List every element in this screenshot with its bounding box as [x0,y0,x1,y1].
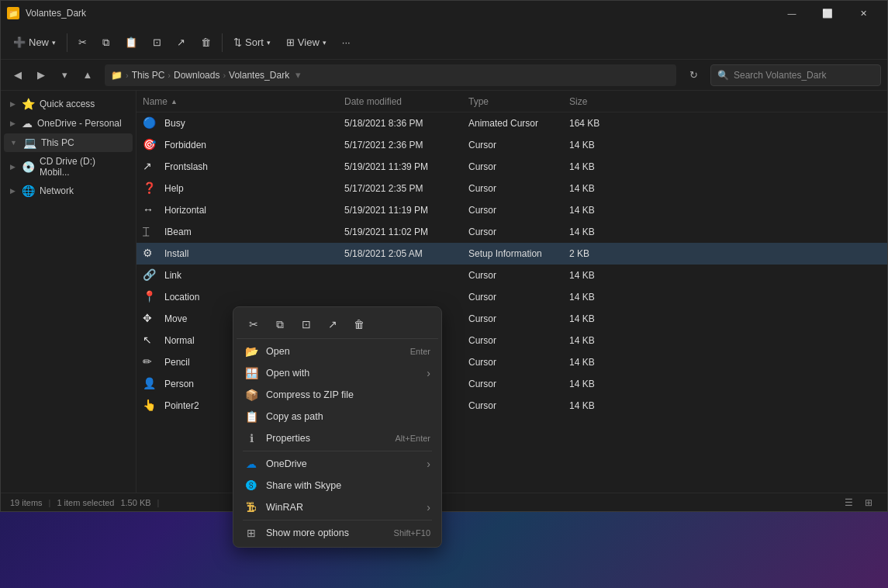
sidebar-item-cd-drive[interactable]: ▶ 💿 CD Drive (D:) Mobil... [4,153,133,181]
sidebar-item-this-pc[interactable]: ▼ 💻 This PC [4,133,133,152]
delete-icon: 🗑 [201,36,211,48]
status-size: 1.50 KB [120,498,150,507]
table-row[interactable]: 🎯 Forbidden 5/17/2021 2:36 PM Cursor 14 … [136,134,887,156]
ctx-item-open[interactable]: 📂 Open Enter [237,341,438,362]
ctx-open-with-icon: 🪟 [244,367,258,379]
address-bar: ◀ ▶ ▾ ▲ 📁 › This PC › Downloads › Volant… [1,60,887,91]
network-expand-icon: ▶ [10,187,16,195]
paste-button[interactable]: 📋 [119,33,143,51]
file-date-cell: 5/19/2021 11:02 PM [344,227,468,237]
up-button[interactable]: ▲ [77,64,98,86]
recent-button[interactable]: ▾ [54,64,75,86]
ctx-item-winrar[interactable]: 🗜 WinRAR [237,496,438,518]
main-area: ▶ ⭐ Quick access ▶ ☁ OneDrive - Personal… [1,91,887,493]
ctx-item-more-options[interactable]: ⊞ Show more options Shift+F10 [237,522,438,544]
breadcrumb-home: 📁 [111,70,123,81]
maximize-button[interactable]: ⬜ [810,1,845,26]
toolbar-separator-2 [222,33,223,52]
file-size-cell: 164 KB [569,118,631,129]
ctx-item-open-with[interactable]: 🪟 Open with [237,362,438,384]
sidebar-item-network[interactable]: ▶ 🌐 Network [4,182,133,200]
table-row[interactable]: ↗ Frontslash 5/19/2021 11:39 PM Cursor 1… [136,156,887,178]
file-type-cell: Cursor [468,161,569,172]
ctx-item-skype[interactable]: 🅢 Share with Skype [237,475,438,496]
more-button[interactable]: ··· [336,33,357,51]
cd-drive-expand-icon: ▶ [10,163,16,171]
ctx-item-compress[interactable]: 📦 Compress to ZIP file [237,384,438,406]
ctx-properties-shortcut: Alt+Enter [395,434,430,443]
ctx-separator-1 [243,451,432,451]
table-row[interactable]: ⚙ Install 5/18/2021 2:05 AM Setup Inform… [136,243,887,265]
file-header: Name ▲ Date modified Type Size [136,91,887,112]
refresh-button[interactable]: ↻ [682,64,704,86]
ctx-open-shortcut: Enter [410,347,430,356]
breadcrumb-expand-icon: ▾ [295,69,301,81]
ctx-separator-2 [243,520,432,521]
file-name: Person [164,379,194,389]
paste-icon: 📋 [125,36,137,48]
table-row[interactable]: 📍 Location Cursor 14 KB [136,286,887,308]
share-button[interactable]: ↗ [171,33,192,51]
file-type-icon: ✏ [143,355,157,369]
this-pc-icon: 💻 [23,137,36,149]
view-button[interactable]: ⊞ View ▾ [280,33,333,51]
context-toolbar: ✂ ⧉ ⊡ ↗ 🗑 [237,310,438,339]
minimize-button[interactable]: — [774,1,810,26]
col-header-size[interactable]: Size [569,96,631,107]
this-pc-expand-icon: ▼ [10,139,17,147]
sidebar-item-quick-access[interactable]: ▶ ⭐ Quick access [4,95,133,113]
delete-button[interactable]: 🗑 [195,33,217,51]
file-name-cell: 🔗 Link [143,268,344,282]
search-box[interactable]: 🔍 Search Volantes_Dark [710,64,881,86]
rename-icon: ⊡ [153,36,161,48]
ctx-item-onedrive[interactable]: ☁ OneDrive [237,453,438,475]
view-toggle-buttons: ☰ ⊞ [839,495,878,510]
new-button[interactable]: ➕ New ▾ [7,33,62,51]
file-name-cell: 📍 Location [143,290,344,304]
back-button[interactable]: ◀ [7,64,29,86]
file-name: Move [164,313,187,324]
table-row[interactable]: 🔵 Busy 5/18/2021 8:36 PM Animated Cursor… [136,112,887,134]
ctx-share-button[interactable]: ↗ [320,313,345,335]
title-bar: 📁 Volantes_Dark — ⬜ ✕ [1,1,887,26]
sort-button[interactable]: ⇅ Sort ▾ [227,33,277,51]
col-header-date[interactable]: Date modified [344,96,468,107]
breadcrumb[interactable]: 📁 › This PC › Downloads › Volantes_Dark … [105,64,676,86]
forward-button[interactable]: ▶ [30,64,52,86]
copy-icon: ⧉ [102,36,109,49]
table-row[interactable]: ❓ Help 5/17/2021 2:35 PM Cursor 14 KB [136,178,887,199]
quick-access-expand-icon: ▶ [10,100,16,108]
copy-button[interactable]: ⧉ [96,33,116,52]
sidebar-item-onedrive[interactable]: ▶ ☁ OneDrive - Personal [4,114,133,133]
ctx-cut-button[interactable]: ✂ [241,313,266,335]
list-view-button[interactable]: ☰ [839,495,858,510]
cut-button[interactable]: ✂ [72,33,93,51]
ctx-copy-button[interactable]: ⧉ [268,313,292,335]
file-type-cell: Cursor [468,357,569,368]
table-row[interactable]: ↔ Horizontal 5/19/2021 11:19 PM Cursor 1… [136,199,887,221]
file-name: Link [164,270,181,281]
table-row[interactable]: ⌶ IBeam 5/19/2021 11:02 PM Cursor 14 KB [136,221,887,243]
ctx-item-copy-path[interactable]: 📋 Copy as path [237,406,438,427]
onedrive-expand-icon: ▶ [10,119,16,127]
file-type-icon: ↗ [143,160,157,174]
file-type-icon: ⚙ [143,247,157,261]
search-icon: 🔍 [717,70,729,81]
file-type-icon: ↖ [143,334,157,348]
ctx-item-properties[interactable]: ℹ Properties Alt+Enter [237,427,438,449]
close-button[interactable]: ✕ [845,1,881,26]
grid-view-button[interactable]: ⊞ [859,495,878,510]
view-chevron-icon: ▾ [323,39,327,47]
table-row[interactable]: 🔗 Link Cursor 14 KB [136,265,887,286]
ctx-paste-button[interactable]: ⊡ [294,313,319,335]
ctx-properties-label: Properties [266,433,387,444]
file-type-cell: Cursor [468,400,569,411]
file-size-cell: 14 KB [569,379,631,389]
ctx-compress-label: Compress to ZIP file [266,389,430,400]
col-header-type[interactable]: Type [468,96,569,107]
file-type-cell: Cursor [468,379,569,389]
ctx-delete-button[interactable]: 🗑 [347,313,371,335]
rename-button[interactable]: ⊡ [147,33,168,51]
col-header-name[interactable]: Name ▲ [143,96,344,107]
quick-access-icon: ⭐ [22,98,35,110]
